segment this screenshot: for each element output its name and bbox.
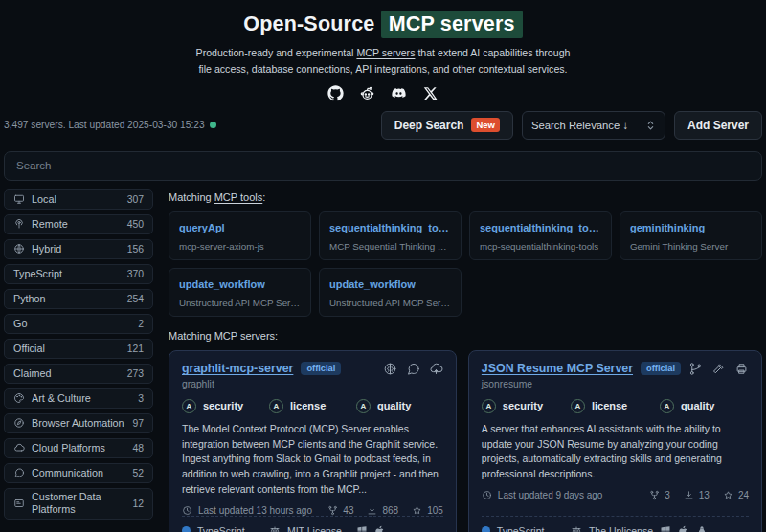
subtitle-text: file access, database connections, API i… xyxy=(198,63,567,75)
sidebar-item-count: 273 xyxy=(127,368,144,379)
git-branch-icon[interactable] xyxy=(688,362,703,376)
downloads-stat: 13 xyxy=(684,490,710,500)
sidebar-item-claimed[interactable]: Claimed 273 xyxy=(4,364,153,384)
rating-label: license xyxy=(592,400,627,411)
new-badge: New xyxy=(471,118,500,132)
discord-icon[interactable] xyxy=(391,85,407,101)
heading-text: : xyxy=(262,191,265,203)
last-updated: Last updated 13 hours ago xyxy=(182,505,312,516)
sidebar-item-typescript[interactable]: TypeScript 370 xyxy=(4,264,153,284)
server-owner: graphlit xyxy=(182,379,443,389)
deep-search-label: Deep Search xyxy=(394,119,464,132)
server-card-graphlit[interactable]: graphlit-mcp-server official graphlit As… xyxy=(169,350,457,532)
downloads-count: 13 xyxy=(699,490,710,500)
server-description: A server that enhances AI assistants wit… xyxy=(482,422,749,482)
windows-icon xyxy=(660,525,671,532)
sidebar-item-count: 2 xyxy=(138,319,144,329)
rating-quality: Aquality xyxy=(356,399,443,413)
server-title-link[interactable]: graphlit-mcp-server xyxy=(182,362,293,375)
mcp-servers-link[interactable]: MCP servers xyxy=(356,47,415,58)
tool-card[interactable]: geminithinking Gemini Thinking Server xyxy=(620,211,762,260)
sidebar-item-label: Claimed xyxy=(13,367,121,380)
download-icon xyxy=(367,505,377,516)
license-label: MIT License xyxy=(287,525,342,532)
tools-grid: queryApl mcp-server-axiom-js sequentialt… xyxy=(169,211,762,317)
brain-icon[interactable] xyxy=(383,362,397,376)
title-prefix: Open-Source xyxy=(243,12,380,35)
mcp-tools-link[interactable]: MCP tools xyxy=(214,191,263,203)
tool-card[interactable]: sequentialthinking_tools mcp-sequentialt… xyxy=(469,211,612,260)
tool-name-link[interactable]: update_workflow xyxy=(179,278,265,290)
sidebar-item-hybrid[interactable]: Hybrid 156 xyxy=(4,239,153,259)
language-cell: TypeScript xyxy=(482,525,571,532)
github-icon[interactable] xyxy=(327,85,344,101)
clock-icon xyxy=(482,490,492,500)
tool-card[interactable]: update_workflow Unstructured API MCP Ser… xyxy=(319,268,462,317)
subtitle-text: that extend AI capabilities through xyxy=(415,47,570,58)
tool-source: Gemini Thinking Server xyxy=(630,241,752,252)
add-server-button[interactable]: Add Server xyxy=(674,111,762,140)
server-card-header: JSON Resume MCP Server official xyxy=(482,362,749,376)
tool-source: mcp-server-axiom-js xyxy=(179,241,301,252)
sidebar-item-count: 450 xyxy=(127,219,144,230)
sidebar-item-remote[interactable]: Remote 450 xyxy=(4,214,153,234)
cloud-upload-icon[interactable] xyxy=(429,362,443,376)
hammer-icon[interactable] xyxy=(711,362,726,376)
sidebar-item-python[interactable]: Python 254 xyxy=(4,289,153,309)
x-icon[interactable] xyxy=(422,85,439,101)
tool-name-link[interactable]: geminithinking xyxy=(630,222,705,233)
tool-card[interactable]: queryApl mcp-server-axiom-js xyxy=(169,211,311,260)
sidebar-item-label: Cloud Platforms xyxy=(32,442,125,454)
sidebar-item-label: Customer Data Platforms xyxy=(32,491,125,517)
server-stats: 3 13 24 xyxy=(649,490,749,500)
printer-icon[interactable] xyxy=(734,362,749,376)
language-label: TypeScript xyxy=(497,525,545,532)
rating-label: license xyxy=(290,400,326,411)
tool-name-link[interactable]: queryApl xyxy=(179,222,225,233)
sidebar-item-local[interactable]: Local 307 xyxy=(4,189,153,210)
tool-name-link[interactable]: sequentialthinking_tools xyxy=(329,222,451,233)
toolbar-actions: Deep Search New Search Relevance ↓ Add S… xyxy=(381,111,762,140)
sidebar-item-official[interactable]: Official 121 xyxy=(4,339,153,359)
server-count-status: 3,497 servers. Last updated 2025-03-30 1… xyxy=(4,120,205,130)
server-card-jsonresume[interactable]: JSON Resume MCP Server official jsonresu… xyxy=(468,350,762,532)
sidebar-item-go[interactable]: Go 2 xyxy=(4,314,153,334)
server-title-link[interactable]: JSON Resume MCP Server xyxy=(482,362,633,375)
download-icon xyxy=(684,490,694,500)
id-card-icon xyxy=(13,498,25,509)
tool-card[interactable]: sequentialthinking_tools MCP Sequential … xyxy=(319,211,462,260)
sidebar-item-label: Remote xyxy=(32,218,121,231)
sidebar-item-browser-automation[interactable]: Browser Automation 97 xyxy=(4,413,153,433)
platforms-cell xyxy=(660,525,749,532)
tool-name-link[interactable]: update_workflow xyxy=(329,278,416,290)
platforms-cell xyxy=(356,525,443,532)
sidebar-item-customer-data-platforms[interactable]: Customer Data Platforms 12 xyxy=(4,488,153,520)
forks-stat: 3 xyxy=(649,490,670,500)
sidebar-item-count: 97 xyxy=(132,418,144,429)
server-action-icons xyxy=(688,362,749,376)
star-icon xyxy=(412,505,422,516)
chat-bubble-icon[interactable] xyxy=(406,362,420,376)
sort-select[interactable]: Search Relevance ↓ xyxy=(522,111,665,140)
chat-bubble-icon xyxy=(13,467,25,478)
language-label: TypeScript xyxy=(197,525,245,532)
sidebar-item-cloud-platforms[interactable]: Cloud Platforms 48 xyxy=(4,438,153,458)
server-meta: Last updated 13 hours ago 43 868 105 xyxy=(182,505,443,516)
rating-security: Asecurity xyxy=(182,399,269,413)
server-owner: jsonresume xyxy=(482,379,749,389)
license-scale-icon xyxy=(269,525,281,532)
tool-card[interactable]: update_workflow Unstructured API MCP Ser… xyxy=(169,268,311,317)
downloads-count: 868 xyxy=(382,505,398,516)
reddit-icon[interactable] xyxy=(359,85,375,101)
filter-sidebar: Local 307 Remote 450 Hybrid 156 TypeScri… xyxy=(4,189,153,532)
status-text: 3,497 servers. Last updated 2025-03-30 1… xyxy=(4,120,216,130)
language-dot xyxy=(482,526,490,532)
server-card-header: graphlit-mcp-server official xyxy=(182,362,443,376)
deep-search-button[interactable]: Deep Search New xyxy=(381,111,513,140)
tool-source: MCP Sequential Thinking Tools xyxy=(329,241,451,252)
stars-count: 105 xyxy=(427,505,443,516)
sidebar-item-art-culture[interactable]: Art & Culture 3 xyxy=(4,388,153,409)
sidebar-item-communication[interactable]: Communication 52 xyxy=(4,463,153,483)
tool-name-link[interactable]: sequentialthinking_tools xyxy=(480,222,601,233)
search-input[interactable] xyxy=(4,151,762,181)
